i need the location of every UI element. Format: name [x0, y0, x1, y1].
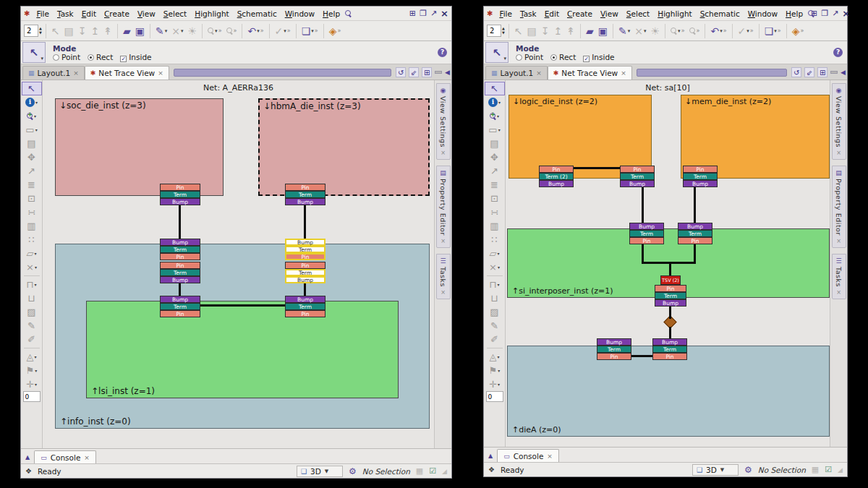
search-people-icon[interactable]: » [688, 27, 702, 35]
menu-item-help[interactable]: Help [782, 9, 807, 19]
grid-gray-icon[interactable]: ▦ [416, 466, 423, 476]
pin-stack[interactable]: PinTermBump [160, 262, 200, 283]
side-tab-property-editor[interactable]: ▤Property Editor× [832, 166, 846, 248]
menu-item-window[interactable]: Window [744, 9, 781, 19]
bump-row[interactable]: Bump [160, 296, 200, 303]
search-people-icon[interactable]: » [225, 27, 239, 35]
flag-button[interactable]: ⚑▾ [485, 364, 505, 377]
info-tool-button[interactable]: i▾ [485, 95, 505, 109]
save-icon[interactable]: ▣ [134, 25, 146, 37]
check-list-icon[interactable]: ☑ [825, 465, 832, 474]
options-icon[interactable]: ▤ [526, 25, 538, 37]
move-button[interactable]: ✥ [22, 150, 42, 164]
pin-stack[interactable]: BumpTermPin [285, 296, 326, 317]
help-icon[interactable]: ? [833, 48, 843, 57]
align-top-icon[interactable]: ↥ [553, 25, 564, 37]
mode-radio-point[interactable]: Point [53, 53, 80, 61]
count-input[interactable] [24, 25, 38, 37]
tab-layout[interactable]: ▦ Layout.1 × [22, 66, 85, 80]
close-icon[interactable]: × [441, 238, 446, 244]
bump-row[interactable]: Bump [620, 180, 655, 187]
mode-radio-rect[interactable]: Rect [550, 53, 576, 61]
crosshair-button[interactable]: ✛▾ [22, 377, 42, 391]
delete-x-button[interactable]: ×▾ [22, 260, 42, 274]
shape-tool-button[interactable]: ◬▾ [485, 350, 505, 364]
term-row[interactable]: Term [652, 346, 687, 353]
pin-row[interactable]: Pin [678, 237, 712, 244]
pencil-b-button[interactable]: ✐ [22, 333, 42, 346]
stamp-icon[interactable]: ✓▾» [273, 25, 292, 37]
shape-tool-button[interactable]: ◬▾ [22, 350, 42, 364]
restore-icon[interactable]: ❐ [821, 9, 828, 17]
pin-stack[interactable]: BumpTermPin [678, 223, 712, 244]
pin-stack[interactable]: PinTermBump [683, 166, 718, 187]
tab-net-trace-view[interactable]: ✱ Net Trace View × [85, 66, 169, 80]
raise-top-icon[interactable]: ↟ [102, 25, 114, 37]
pin-row[interactable]: Pin [160, 262, 200, 269]
align-bottom-icon[interactable]: ↧ [77, 25, 88, 37]
term-row[interactable]: Term [629, 230, 664, 237]
cursor-icon[interactable]: ↖ [50, 25, 61, 37]
edit-pencil-icon[interactable]: ✎▾ [617, 25, 631, 37]
menu-item-file[interactable]: File [33, 9, 53, 19]
side-tab-property-editor[interactable]: ▤Property Editor× [436, 166, 451, 248]
menu-item-schematic[interactable]: Schematic [697, 9, 744, 19]
bump-row[interactable]: Bump [655, 299, 686, 307]
export-button[interactable]: ↗ [485, 164, 505, 178]
dock-arrow-icon[interactable]: ⇙ [409, 67, 419, 77]
layers-button[interactable]: ≣ [485, 178, 505, 192]
term-row[interactable]: Term [160, 269, 200, 276]
menu-item-highlight[interactable]: Highlight [191, 9, 232, 19]
pin-row[interactable]: Pin [652, 353, 687, 360]
count-input[interactable] [487, 25, 501, 37]
close-icon[interactable]: × [536, 69, 542, 77]
raise-top-icon[interactable]: ↟ [565, 25, 576, 37]
ruler-button[interactable]: ▭▾ [485, 123, 505, 137]
menu-item-edit[interactable]: Edit [541, 9, 563, 19]
close-icon[interactable]: × [621, 69, 626, 77]
close-icon[interactable]: × [836, 150, 841, 156]
term-row[interactable]: Term [285, 246, 326, 253]
gear-icon[interactable]: ⚙ [744, 465, 752, 475]
crosshair-button[interactable]: ✛▾ [485, 377, 505, 391]
unlock-button[interactable]: ⊔ [485, 291, 505, 305]
bump-row[interactable]: Bump [285, 276, 326, 283]
brightness-icon[interactable]: ☀ [650, 25, 662, 37]
term-row[interactable]: Term [597, 346, 631, 353]
undo-icon[interactable]: ↶▾» [246, 25, 265, 37]
search-icon[interactable] [345, 10, 352, 17]
pin-stack[interactable]: BumpTermPin [597, 338, 631, 360]
count-spinner[interactable]: ▲▼ [487, 25, 505, 37]
undo-icon[interactable]: ↶▾» [709, 25, 728, 37]
expand-arrow-icon[interactable]: ▲ [25, 454, 30, 461]
pin-row[interactable]: Pin [655, 285, 686, 292]
pin-row[interactable]: Pin [683, 166, 718, 173]
close-icon[interactable]: × [441, 289, 446, 296]
menu-item-select[interactable]: Select [623, 9, 653, 19]
menu-item-highlight[interactable]: Highlight [654, 9, 695, 19]
stamp-icon[interactable]: ✓▾» [736, 25, 755, 37]
window-grid-icon[interactable]: ⊞ [409, 9, 416, 17]
pin-row[interactable]: Pin [620, 166, 655, 173]
close-icon[interactable]: × [441, 9, 448, 18]
lock-button[interactable]: ⊓▾ [22, 278, 42, 291]
term-row[interactable]: Term [160, 191, 200, 198]
shape-add-button[interactable]: ▱▾ [22, 247, 42, 260]
gear-icon[interactable]: ⚙ [349, 466, 357, 476]
panel-handle[interactable] [435, 71, 442, 74]
zoom-in-tool-button[interactable]: +▾ [485, 109, 505, 123]
collapse-arrow-icon[interactable]: ◀ [445, 69, 450, 76]
pin-row[interactable]: Pin [629, 237, 664, 244]
pin-row[interactable]: Pin [597, 353, 631, 360]
save-icon[interactable]: ▣ [597, 25, 609, 37]
menu-item-task[interactable]: Task [54, 9, 77, 19]
resize-grip[interactable]: ◢ [838, 466, 843, 474]
close-icon[interactable]: × [547, 453, 553, 460]
pop-out-icon[interactable]: ↗ [832, 9, 838, 17]
ruler-button[interactable]: ▭▾ [22, 123, 42, 137]
qr-region-button[interactable]: ▨ [22, 305, 42, 319]
term-row[interactable]: Term [620, 173, 655, 180]
dock-arrow-icon[interactable]: ⇙ [804, 67, 814, 77]
term-row[interactable]: Term [683, 173, 718, 180]
menu-item-select[interactable]: Select [160, 9, 190, 19]
